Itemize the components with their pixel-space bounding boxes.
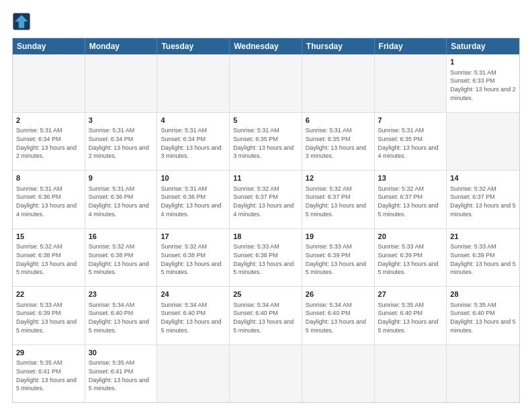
day-number: 23 — [89, 289, 154, 300]
calendar-cell — [447, 345, 519, 403]
sun-info: Sunrise: 5:32 AM Sunset: 6:38 PM Dayligh… — [16, 242, 81, 276]
day-number: 13 — [378, 173, 443, 183]
calendar-row-1: 2Sunrise: 5:31 AM Sunset: 6:34 PM Daylig… — [13, 113, 519, 171]
calendar-row-0: 1Sunrise: 5:31 AM Sunset: 6:33 PM Daylig… — [13, 54, 519, 113]
day-number: 25 — [233, 289, 298, 300]
sun-info: Sunrise: 5:33 AM Sunset: 6:38 PM Dayligh… — [233, 242, 298, 276]
day-number: 15 — [16, 232, 81, 242]
day-number: 2 — [16, 116, 81, 126]
sun-info: Sunrise: 5:32 AM Sunset: 6:37 PM Dayligh… — [450, 185, 516, 218]
sun-info: Sunrise: 5:34 AM Sunset: 6:40 PM Dayligh… — [89, 301, 154, 334]
calendar-cell — [13, 54, 85, 112]
calendar-cell — [375, 345, 447, 403]
day-number: 7 — [378, 116, 443, 126]
calendar-cell — [375, 54, 447, 112]
calendar-cell: 8Sunrise: 5:31 AM Sunset: 6:36 PM Daylig… — [13, 171, 85, 228]
day-number: 3 — [89, 116, 154, 126]
day-number: 24 — [161, 289, 226, 300]
calendar-cell: 7Sunrise: 5:31 AM Sunset: 6:35 PM Daylig… — [375, 113, 447, 171]
calendar-body: 1Sunrise: 5:31 AM Sunset: 6:33 PM Daylig… — [13, 54, 519, 402]
sun-info: Sunrise: 5:31 AM Sunset: 6:34 PM Dayligh… — [89, 126, 154, 160]
calendar-row-3: 15Sunrise: 5:32 AM Sunset: 6:38 PM Dayli… — [13, 229, 519, 287]
day-number: 30 — [89, 348, 154, 358]
sun-info: Sunrise: 5:34 AM Sunset: 6:40 PM Dayligh… — [161, 301, 226, 334]
calendar-cell: 15Sunrise: 5:32 AM Sunset: 6:38 PM Dayli… — [13, 229, 85, 287]
day-number: 12 — [306, 173, 371, 183]
sun-info: Sunrise: 5:35 AM Sunset: 6:41 PM Dayligh… — [16, 359, 81, 392]
day-number: 18 — [233, 232, 298, 242]
sun-info: Sunrise: 5:31 AM Sunset: 6:36 PM Dayligh… — [16, 185, 81, 218]
sun-info: Sunrise: 5:32 AM Sunset: 6:38 PM Dayligh… — [89, 242, 154, 276]
sun-info: Sunrise: 5:34 AM Sunset: 6:40 PM Dayligh… — [233, 301, 298, 334]
calendar-cell — [302, 54, 375, 112]
calendar-cell: 9Sunrise: 5:31 AM Sunset: 6:36 PM Daylig… — [85, 171, 158, 228]
calendar-cell: 5Sunrise: 5:31 AM Sunset: 6:35 PM Daylig… — [230, 113, 302, 171]
sun-info: Sunrise: 5:35 AM Sunset: 6:41 PM Dayligh… — [89, 359, 154, 392]
day-number: 5 — [233, 116, 298, 126]
calendar-cell: 26Sunrise: 5:34 AM Sunset: 6:40 PM Dayli… — [302, 287, 375, 345]
calendar-cell: 24Sunrise: 5:34 AM Sunset: 6:40 PM Dayli… — [157, 287, 230, 345]
calendar-cell — [157, 54, 230, 112]
calendar-cell — [85, 54, 158, 112]
sun-info: Sunrise: 5:33 AM Sunset: 6:39 PM Dayligh… — [378, 242, 443, 276]
day-number: 19 — [306, 232, 371, 242]
calendar-cell — [157, 345, 230, 403]
calendar-cell: 10Sunrise: 5:31 AM Sunset: 6:36 PM Dayli… — [157, 171, 230, 228]
header-day-friday: Friday — [375, 38, 447, 54]
sun-info: Sunrise: 5:31 AM Sunset: 6:35 PM Dayligh… — [306, 126, 371, 160]
sun-info: Sunrise: 5:31 AM Sunset: 6:35 PM Dayligh… — [233, 126, 298, 160]
calendar-header: SundayMondayTuesdayWednesdayThursdayFrid… — [13, 38, 519, 54]
day-number: 22 — [16, 289, 81, 300]
sun-info: Sunrise: 5:32 AM Sunset: 6:38 PM Dayligh… — [161, 242, 226, 276]
calendar-cell: 6Sunrise: 5:31 AM Sunset: 6:35 PM Daylig… — [302, 113, 375, 171]
day-number: 17 — [161, 232, 226, 242]
day-number: 1 — [450, 57, 516, 67]
header-day-saturday: Saturday — [447, 38, 519, 54]
calendar-cell — [302, 345, 375, 403]
sun-info: Sunrise: 5:31 AM Sunset: 6:34 PM Dayligh… — [161, 126, 226, 160]
calendar-cell: 30Sunrise: 5:35 AM Sunset: 6:41 PM Dayli… — [85, 345, 158, 403]
sun-info: Sunrise: 5:32 AM Sunset: 6:37 PM Dayligh… — [306, 185, 371, 218]
calendar-cell: 19Sunrise: 5:33 AM Sunset: 6:39 PM Dayli… — [302, 229, 375, 287]
header — [12, 12, 520, 31]
day-number: 29 — [16, 348, 81, 358]
day-number: 4 — [161, 116, 226, 126]
day-number: 11 — [233, 173, 298, 183]
calendar-cell: 4Sunrise: 5:31 AM Sunset: 6:34 PM Daylig… — [157, 113, 230, 171]
sun-info: Sunrise: 5:31 AM Sunset: 6:34 PM Dayligh… — [16, 126, 81, 160]
calendar-row-4: 22Sunrise: 5:33 AM Sunset: 6:39 PM Dayli… — [13, 287, 519, 345]
sun-info: Sunrise: 5:31 AM Sunset: 6:36 PM Dayligh… — [89, 185, 154, 218]
day-number: 6 — [306, 116, 371, 126]
sun-info: Sunrise: 5:31 AM Sunset: 6:35 PM Dayligh… — [378, 126, 443, 160]
calendar: SundayMondayTuesdayWednesdayThursdayFrid… — [12, 38, 520, 403]
day-number: 26 — [306, 289, 371, 300]
logo — [12, 12, 34, 31]
day-number: 8 — [16, 173, 81, 183]
calendar-cell: 1Sunrise: 5:31 AM Sunset: 6:33 PM Daylig… — [447, 54, 519, 112]
sun-info: Sunrise: 5:31 AM Sunset: 6:33 PM Dayligh… — [450, 68, 516, 102]
calendar-cell: 29Sunrise: 5:35 AM Sunset: 6:41 PM Dayli… — [13, 345, 85, 403]
calendar-page: SundayMondayTuesdayWednesdayThursdayFrid… — [0, 0, 532, 411]
sun-info: Sunrise: 5:33 AM Sunset: 6:39 PM Dayligh… — [306, 242, 371, 276]
header-day-sunday: Sunday — [13, 38, 85, 54]
day-number: 10 — [161, 173, 226, 183]
sun-info: Sunrise: 5:35 AM Sunset: 6:40 PM Dayligh… — [450, 301, 516, 334]
calendar-cell: 3Sunrise: 5:31 AM Sunset: 6:34 PM Daylig… — [85, 113, 158, 171]
calendar-cell — [230, 345, 302, 403]
day-number: 9 — [89, 173, 154, 183]
header-day-wednesday: Wednesday — [230, 38, 302, 54]
sun-info: Sunrise: 5:34 AM Sunset: 6:40 PM Dayligh… — [306, 301, 371, 334]
calendar-cell — [447, 113, 519, 171]
calendar-cell: 21Sunrise: 5:33 AM Sunset: 6:39 PM Dayli… — [447, 229, 519, 287]
sun-info: Sunrise: 5:32 AM Sunset: 6:37 PM Dayligh… — [233, 185, 298, 218]
header-day-monday: Monday — [85, 38, 158, 54]
calendar-cell: 11Sunrise: 5:32 AM Sunset: 6:37 PM Dayli… — [230, 171, 302, 228]
sun-info: Sunrise: 5:35 AM Sunset: 6:40 PM Dayligh… — [378, 301, 443, 334]
day-number: 27 — [378, 289, 443, 300]
day-number: 20 — [378, 232, 443, 242]
calendar-row-5: 29Sunrise: 5:35 AM Sunset: 6:41 PM Dayli… — [13, 345, 519, 403]
calendar-cell: 22Sunrise: 5:33 AM Sunset: 6:39 PM Dayli… — [13, 287, 85, 345]
calendar-cell: 12Sunrise: 5:32 AM Sunset: 6:37 PM Dayli… — [302, 171, 375, 228]
calendar-cell: 14Sunrise: 5:32 AM Sunset: 6:37 PM Dayli… — [447, 171, 519, 228]
header-day-tuesday: Tuesday — [157, 38, 230, 54]
